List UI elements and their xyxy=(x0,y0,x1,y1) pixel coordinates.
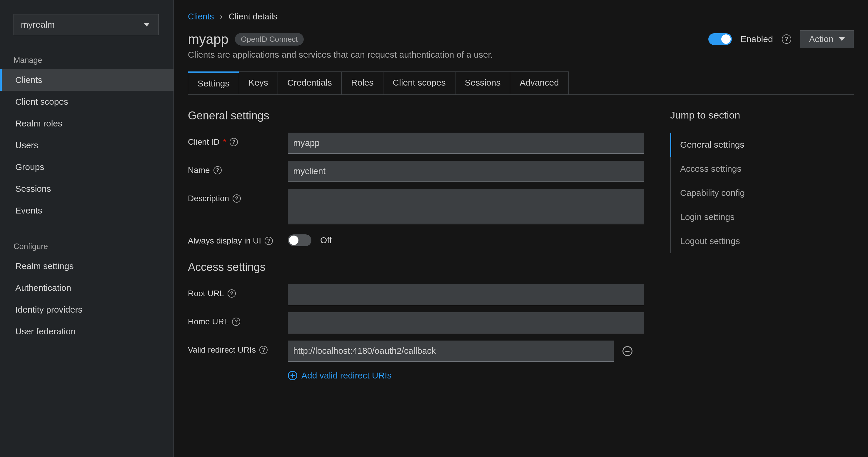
sidebar-item-events[interactable]: Events xyxy=(0,200,174,221)
caret-down-icon xyxy=(144,23,150,27)
tab-client-scopes[interactable]: Client scopes xyxy=(383,71,456,94)
tab-credentials[interactable]: Credentials xyxy=(278,71,342,94)
client-id-input[interactable] xyxy=(288,133,644,154)
page-description: Clients are applications and services th… xyxy=(188,50,854,60)
label-valid-redirect: Valid redirect URIs xyxy=(188,345,256,355)
tab-settings[interactable]: Settings xyxy=(188,71,239,94)
sidebar-item-client-scopes[interactable]: Client scopes xyxy=(0,91,174,113)
jump-logout[interactable]: Logout settings xyxy=(670,229,829,253)
sidebar-item-user-federation[interactable]: User federation xyxy=(0,321,174,342)
label-client-id: Client ID xyxy=(188,137,219,147)
description-input[interactable] xyxy=(288,189,644,224)
plus-circle-icon xyxy=(288,371,297,380)
jump-nav: Jump to section General settings Access … xyxy=(670,110,829,388)
nav-group-manage-label: Manage xyxy=(0,47,174,69)
always-display-value: Off xyxy=(320,235,332,245)
action-dropdown[interactable]: Action xyxy=(800,30,854,48)
label-home-url: Home URL xyxy=(188,317,228,327)
help-icon[interactable]: ? xyxy=(259,346,268,354)
always-display-toggle[interactable] xyxy=(288,234,311,246)
main-content: Clients › Client details myapp OpenID Co… xyxy=(174,0,868,457)
sidebar-item-realm-settings[interactable]: Realm settings xyxy=(0,255,174,277)
help-icon[interactable]: ? xyxy=(782,34,791,44)
help-icon[interactable]: ? xyxy=(265,237,273,245)
settings-form: General settings Client ID * ? Name ? D xyxy=(188,110,658,388)
label-root-url: Root URL xyxy=(188,289,224,298)
breadcrumb-current: Client details xyxy=(228,12,277,22)
home-url-input[interactable] xyxy=(288,312,644,334)
help-icon[interactable]: ? xyxy=(232,194,241,203)
help-icon[interactable]: ? xyxy=(214,166,222,174)
sidebar-item-authentication[interactable]: Authentication xyxy=(0,277,174,299)
jump-capability[interactable]: Capability config xyxy=(670,181,829,205)
label-always-display: Always display in UI xyxy=(188,236,261,246)
enabled-toggle[interactable] xyxy=(708,33,732,45)
realm-selector[interactable]: myrealm xyxy=(13,14,159,35)
label-description: Description xyxy=(188,194,229,203)
nav-group-configure-label: Configure xyxy=(0,233,174,255)
chevron-right-icon: › xyxy=(220,12,223,22)
help-icon[interactable]: ? xyxy=(227,290,236,298)
sidebar-item-realm-roles[interactable]: Realm roles xyxy=(0,113,174,134)
section-access-title: Access settings xyxy=(188,261,658,274)
sidebar-item-clients[interactable]: Clients xyxy=(0,69,174,91)
page-title: myapp xyxy=(188,31,228,47)
caret-down-icon xyxy=(839,37,845,41)
jump-title: Jump to section xyxy=(670,110,829,121)
jump-login[interactable]: Login settings xyxy=(670,205,829,229)
sidebar-item-identity-providers[interactable]: Identity providers xyxy=(0,299,174,321)
label-name: Name xyxy=(188,165,210,175)
breadcrumb: Clients › Client details xyxy=(188,12,854,22)
jump-general[interactable]: General settings xyxy=(670,133,829,157)
protocol-badge: OpenID Connect xyxy=(235,33,304,45)
sidebar-item-sessions[interactable]: Sessions xyxy=(0,178,174,200)
remove-uri-icon[interactable] xyxy=(622,346,632,356)
help-icon[interactable]: ? xyxy=(232,317,240,326)
breadcrumb-clients-link[interactable]: Clients xyxy=(188,12,214,22)
tab-keys[interactable]: Keys xyxy=(239,71,278,94)
required-marker: * xyxy=(223,137,226,147)
jump-access[interactable]: Access settings xyxy=(670,157,829,181)
sidebar-item-groups[interactable]: Groups xyxy=(0,156,174,178)
redirect-uri-input[interactable] xyxy=(288,340,614,362)
tab-advanced[interactable]: Advanced xyxy=(510,71,568,94)
realm-selector-value: myrealm xyxy=(21,20,55,30)
add-redirect-uri-button[interactable]: Add valid redirect URIs xyxy=(288,370,632,380)
tabs: Settings Keys Credentials Roles Client s… xyxy=(188,71,854,95)
tab-roles[interactable]: Roles xyxy=(341,71,383,94)
tab-sessions[interactable]: Sessions xyxy=(455,71,510,94)
help-icon[interactable]: ? xyxy=(230,138,238,146)
enabled-label: Enabled xyxy=(741,34,773,44)
sidebar-item-users[interactable]: Users xyxy=(0,134,174,156)
name-input[interactable] xyxy=(288,161,644,182)
sidebar: myrealm Manage Clients Client scopes Rea… xyxy=(0,0,174,457)
section-general-title: General settings xyxy=(188,110,658,122)
root-url-input[interactable] xyxy=(288,284,644,305)
